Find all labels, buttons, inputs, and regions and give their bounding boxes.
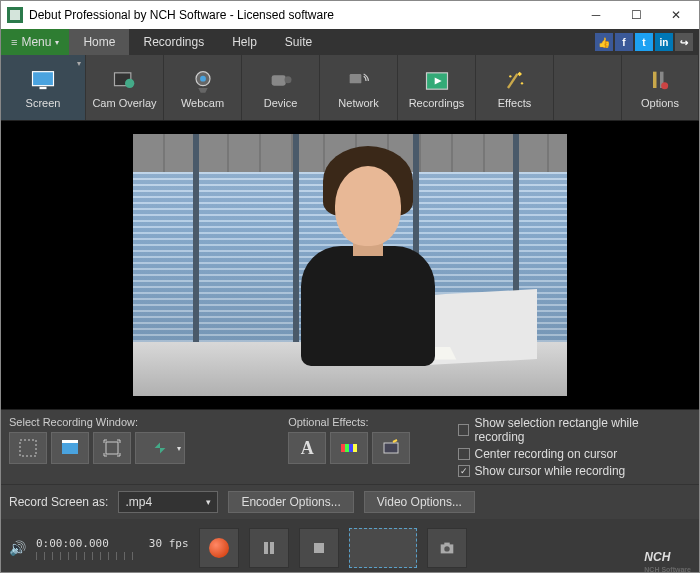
recording-window-label: Select Recording Window: <box>9 416 208 428</box>
svg-rect-17 <box>20 440 36 456</box>
check-show-cursor[interactable]: ✓Show cursor while recording <box>458 464 691 478</box>
recording-options-checks: Show selection rectangle while recording… <box>458 416 691 478</box>
text-overlay-button[interactable]: A <box>288 432 326 464</box>
svg-rect-28 <box>314 543 324 553</box>
svg-rect-8 <box>271 75 285 86</box>
svg-point-30 <box>444 546 449 551</box>
svg-rect-19 <box>62 440 78 443</box>
svg-rect-24 <box>353 444 357 452</box>
chevron-down-icon: ▾ <box>77 59 81 68</box>
pause-button[interactable] <box>249 528 289 568</box>
video-effects-button[interactable] <box>372 432 410 464</box>
close-button[interactable]: ✕ <box>659 1 693 29</box>
svg-point-12 <box>509 75 511 77</box>
encoder-options-button[interactable]: Encoder Options... <box>228 491 353 513</box>
svg-rect-22 <box>345 444 349 452</box>
tab-suite[interactable]: Suite <box>271 29 326 55</box>
svg-point-9 <box>284 76 291 83</box>
network-icon <box>345 67 373 95</box>
capture-preview-slot[interactable] <box>349 528 417 568</box>
svg-point-7 <box>200 75 206 81</box>
window-title: Debut Professional by NCH Software - Lic… <box>29 8 573 22</box>
timeline[interactable] <box>36 552 136 560</box>
preview-image <box>133 134 567 396</box>
select-window-button[interactable] <box>9 432 47 464</box>
svg-rect-14 <box>653 71 657 87</box>
options-icon <box>646 67 674 95</box>
select-application-button[interactable]: ▾ <box>135 432 185 464</box>
svg-rect-1 <box>10 10 20 20</box>
fps-display: 30 fps <box>149 537 189 550</box>
toolbar-recordings-button[interactable]: Recordings <box>398 55 476 120</box>
minimize-button[interactable]: ─ <box>579 1 613 29</box>
cam-overlay-icon <box>111 67 139 95</box>
brand-logo: NCHNCH Software <box>644 545 691 573</box>
timecode-display: 0:00:00.000 <box>36 537 109 550</box>
toolbar-effects-button[interactable]: Effects <box>476 55 554 120</box>
svg-rect-10 <box>349 74 361 83</box>
tab-help[interactable]: Help <box>218 29 271 55</box>
toolbar-cam-overlay-button[interactable]: Cam Overlay <box>86 55 164 120</box>
svg-rect-2 <box>33 71 54 85</box>
preview-area <box>1 121 699 409</box>
toolbar-device-button[interactable]: Device <box>242 55 320 120</box>
maximize-button[interactable]: ☐ <box>619 1 653 29</box>
menu-bar: ≡ Menu ▾ Home Recordings Help Suite 👍 f … <box>1 29 699 55</box>
select-region-button[interactable] <box>93 432 131 464</box>
recordings-icon <box>423 67 451 95</box>
record-button[interactable] <box>199 528 239 568</box>
svg-point-5 <box>125 78 134 87</box>
check-center-cursor[interactable]: Center recording on cursor <box>458 447 691 461</box>
toolbar-screen-button[interactable]: ▾ Screen <box>1 55 86 120</box>
device-icon <box>267 67 295 95</box>
svg-rect-25 <box>384 443 398 453</box>
webcam-icon <box>189 67 217 95</box>
ribbon-toolbar: ▾ Screen Cam Overlay Webcam Device Netwo… <box>1 55 699 121</box>
svg-rect-23 <box>349 444 353 452</box>
select-fullscreen-button[interactable] <box>51 432 89 464</box>
options-panel: Select Recording Window: ▾ Optional Effe… <box>1 409 699 484</box>
transport-panel: 🔊 0:00:00.000 30 fps NCHNCH Software <box>1 519 699 573</box>
tab-home[interactable]: Home <box>69 29 129 55</box>
svg-rect-3 <box>40 86 47 88</box>
effects-icon <box>501 67 529 95</box>
stop-button[interactable] <box>299 528 339 568</box>
social-links: 👍 f t in ↪ <box>595 33 699 51</box>
svg-point-13 <box>520 82 522 84</box>
svg-rect-31 <box>444 543 449 546</box>
title-bar: Debut Professional by NCH Software - Lic… <box>1 1 699 29</box>
toolbar-options-button[interactable]: Options <box>621 55 699 120</box>
check-show-selection[interactable]: Show selection rectangle while recording <box>458 416 691 444</box>
speaker-icon[interactable]: 🔊 <box>9 540 26 556</box>
video-options-button[interactable]: Video Options... <box>364 491 475 513</box>
color-effects-button[interactable] <box>330 432 368 464</box>
svg-rect-27 <box>270 542 274 554</box>
toolbar-network-button[interactable]: Network <box>320 55 398 120</box>
tab-recordings[interactable]: Recordings <box>129 29 218 55</box>
facebook-icon[interactable]: f <box>615 33 633 51</box>
share-icon[interactable]: ↪ <box>675 33 693 51</box>
app-icon <box>7 7 23 23</box>
linkedin-icon[interactable]: in <box>655 33 673 51</box>
menu-button-label: Menu <box>21 35 51 49</box>
screen-icon <box>29 67 57 95</box>
record-as-label: Record Screen as: <box>9 495 108 509</box>
svg-rect-21 <box>341 444 345 452</box>
optional-effects-label: Optional Effects: <box>288 416 437 428</box>
format-select[interactable]: .mp4 <box>118 491 218 513</box>
thumbs-up-icon[interactable]: 👍 <box>595 33 613 51</box>
menu-dropdown-button[interactable]: ≡ Menu ▾ <box>1 29 69 55</box>
svg-rect-26 <box>264 542 268 554</box>
twitter-icon[interactable]: t <box>635 33 653 51</box>
svg-point-16 <box>661 82 668 89</box>
svg-rect-20 <box>106 442 118 454</box>
snapshot-button[interactable] <box>427 528 467 568</box>
toolbar-webcam-button[interactable]: Webcam <box>164 55 242 120</box>
format-panel: Record Screen as: .mp4 Encoder Options..… <box>1 484 699 519</box>
